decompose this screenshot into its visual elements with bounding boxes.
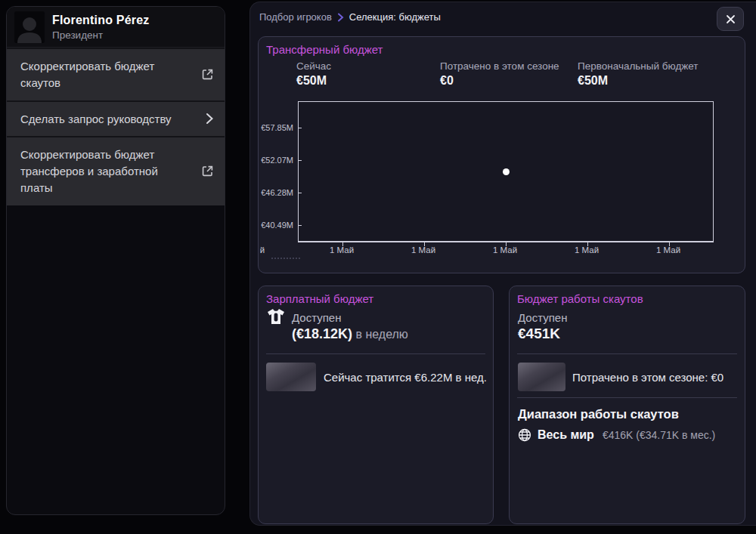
wage-available-row: (€18.12K) в неделю <box>292 326 408 342</box>
stat-value: €50M <box>296 74 331 88</box>
stat-label: Потрачено в этом сезоне <box>440 60 559 72</box>
x-axis-tick-label: 1 Май <box>319 245 364 255</box>
profile-text: Florentino Pérez Президент <box>52 14 150 41</box>
y-axis-tick-label: €40.49M <box>259 221 293 230</box>
sidebar-item-adjust-scouting-budget[interactable]: Скорректировать бюджет скаутов <box>7 48 225 100</box>
menu-item-label: Скорректировать бюджет скаутов <box>20 58 188 91</box>
avatar <box>14 11 45 43</box>
advisor-sidebar: Florentino Pérez Президент Скорректирова… <box>6 6 225 515</box>
scouting-range-row: Весь мир €416K (€34.71K в мес.) <box>518 428 715 442</box>
transfer-budget-title: Трансферный бюджет <box>266 43 383 56</box>
blurred-thumbnail <box>518 363 565 391</box>
scouting-range-name: Весь мир <box>538 428 594 442</box>
jersey-icon <box>267 308 285 328</box>
scouting-range-cost: €416K (€34.71K в мес.) <box>603 429 715 441</box>
x-axis-tick-label: 1 Май <box>401 245 446 255</box>
wage-available-label: Доступен <box>292 311 341 324</box>
external-link-icon <box>201 165 214 177</box>
close-button[interactable] <box>717 7 744 31</box>
wage-budget-title: Зарплатный бюджет <box>266 292 373 305</box>
scouting-season-spend: Потрачено в этом сезоне: €0 <box>572 371 723 384</box>
stat-spent-this-season: Потрачено в этом сезоне €0 <box>440 60 559 88</box>
budgets-panel: Подбор игроков Селекция: бюджеты Трансфе… <box>249 2 756 526</box>
breadcrumb-current-page: Селекция: бюджеты <box>349 11 441 23</box>
external-link-icon <box>201 68 214 81</box>
sidebar-item-adjust-transfer-wage-budget[interactable]: Скорректировать бюджет трансферов и зара… <box>7 136 225 205</box>
y-axis-tick-label: €57.85M <box>259 123 293 132</box>
blurred-thumbnail <box>266 363 316 391</box>
stat-value: €50M <box>578 74 699 88</box>
menu-item-label: Скорректировать бюджет трансферов и зара… <box>20 147 188 196</box>
divider <box>517 397 737 398</box>
divider <box>517 353 737 354</box>
scouting-available-value: €451K <box>518 326 560 342</box>
stat-value: €0 <box>440 74 559 88</box>
scouting-available-label: Доступен <box>518 311 567 324</box>
wage-budget-card: Зарплатный бюджет Доступен (€18.12K) в н… <box>258 286 494 524</box>
y-tick-mark <box>298 225 302 226</box>
budget-data-point <box>503 168 510 175</box>
divider <box>266 353 485 354</box>
stat-current: Сейчас €50M <box>296 60 331 88</box>
stat-initial-budget: Первоначальный бюджет €50M <box>578 60 699 88</box>
profile-header: Florentino Pérez Президент <box>7 7 225 48</box>
x-icon <box>726 14 736 24</box>
scouting-range-title: Диапазон работы скаутов <box>518 407 679 421</box>
profile-role: Президент <box>52 29 150 41</box>
y-tick-mark <box>298 160 302 161</box>
y-axis-tick-label: €46.28M <box>259 188 293 197</box>
wage-available-suffix: в неделю <box>356 328 408 341</box>
y-axis-tick-label: €52.07M <box>259 156 293 165</box>
stat-label: Первоначальный бюджет <box>578 60 699 72</box>
wage-available-value: (€18.12K) <box>292 326 352 341</box>
menu-item-label: Сделать запрос руководству <box>20 111 188 128</box>
stat-label: Сейчас <box>296 60 331 72</box>
y-tick-mark <box>298 128 302 128</box>
breadcrumb-chevron-icon <box>337 13 344 22</box>
x-axis-tick-label: 1 Май <box>646 245 691 255</box>
profile-name: Florentino Pérez <box>52 14 150 27</box>
breadcrumb: Подбор игроков Селекция: бюджеты <box>259 11 441 23</box>
budget-chart-plot-area <box>298 101 714 242</box>
person-silhouette-icon <box>16 14 43 43</box>
sidebar-item-make-board-request[interactable]: Сделать запрос руководству <box>7 100 225 137</box>
scouting-budget-title: Бюджет работы скаутов <box>517 292 643 305</box>
scouting-budget-card: Бюджет работы скаутов Доступен €451K Пот… <box>509 286 745 524</box>
truncated-label-artifact <box>271 258 300 259</box>
breadcrumb-player-recruitment[interactable]: Подбор игроков <box>259 11 332 23</box>
y-tick-mark <box>298 193 302 193</box>
x-axis-tick-label: 1 Май <box>482 245 528 255</box>
x-axis-tick-label: 1 Май <box>564 245 609 255</box>
transfer-budget-card: Трансферный бюджет Сейчас €50M Потрачено… <box>258 36 745 273</box>
globe-icon <box>518 428 531 442</box>
wage-current-spend: Сейчас тратится €6.22M в нед. <box>324 371 487 384</box>
x-axis-tick-label-truncated: й <box>257 245 268 255</box>
chevron-right-icon <box>205 113 214 125</box>
